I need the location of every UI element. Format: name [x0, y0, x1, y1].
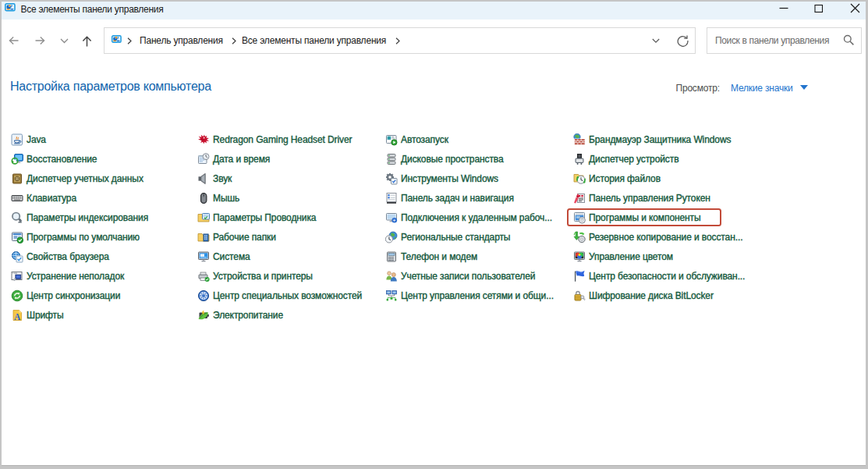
svg-text:A: A: [13, 311, 20, 321]
